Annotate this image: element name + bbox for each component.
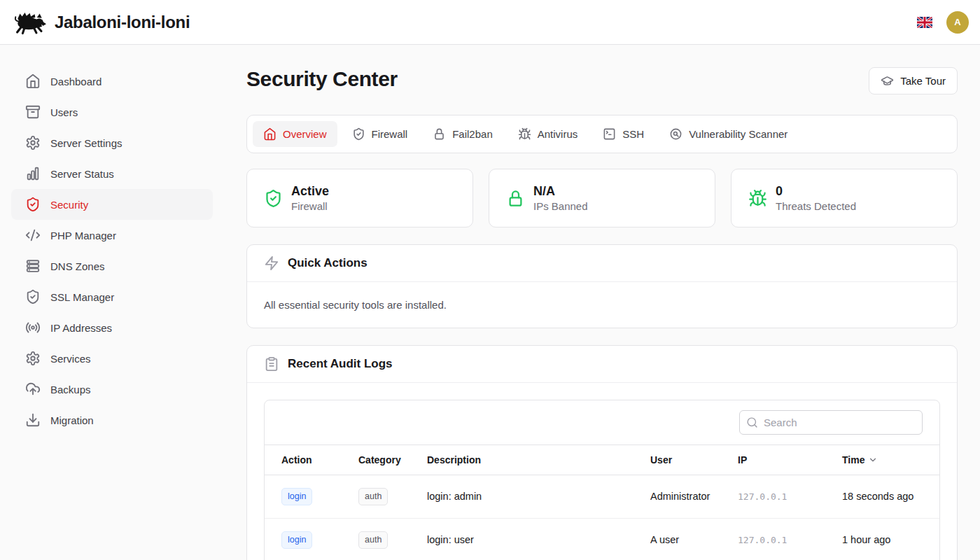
- brand-title: Jabaloni-loni-loni: [55, 13, 190, 32]
- sidebar-item-services[interactable]: Services: [11, 343, 213, 374]
- bug-icon: [518, 127, 531, 141]
- stat-label: IPs Banned: [533, 200, 588, 214]
- sidebar-item-server-status[interactable]: Server Status: [11, 158, 213, 189]
- table-row: login auth login: admin Administrator 12…: [265, 475, 939, 519]
- log-time: 1 hour ago: [825, 518, 939, 560]
- quick-actions-panel: Quick Actions All essential security too…: [246, 244, 958, 328]
- scan-search-icon: [669, 127, 682, 141]
- sidebar-item-label: Security: [50, 199, 88, 211]
- stat-value: Active: [291, 183, 329, 200]
- sidebar-item-label: Services: [50, 353, 91, 365]
- sidebar-item-label: Migration: [50, 414, 94, 426]
- shield-check-icon: [25, 289, 41, 304]
- sidebar-item-users[interactable]: Users: [11, 97, 213, 127]
- security-tabs: Overview Firewall Fail2ban Antivirus SSH…: [246, 115, 958, 153]
- user-avatar[interactable]: A: [946, 11, 969, 34]
- sidebar-item-dashboard[interactable]: Dashboard: [11, 66, 213, 97]
- audit-search: [739, 410, 923, 435]
- quick-actions-message: All essential security tools are install…: [264, 299, 940, 311]
- language-flag-icon[interactable]: [917, 17, 932, 28]
- download-icon: [25, 412, 41, 428]
- log-user: A user: [634, 518, 721, 560]
- tab-overview[interactable]: Overview: [253, 121, 337, 147]
- shield-check-icon: [352, 127, 365, 141]
- stat-value: N/A: [533, 183, 588, 200]
- main-content: Security Center Take Tour Overview Firew…: [224, 45, 980, 560]
- take-tour-button[interactable]: Take Tour: [869, 67, 958, 94]
- stat-label: Threats Detected: [776, 200, 856, 214]
- sidebar-item-label: DNS Zones: [50, 260, 105, 272]
- column-time[interactable]: Time: [825, 445, 939, 475]
- sidebar-item-ssl-manager[interactable]: SSL Manager: [11, 281, 213, 312]
- home-icon: [25, 74, 41, 89]
- gear-icon: [25, 351, 41, 366]
- sidebar-item-security[interactable]: Security: [11, 189, 213, 220]
- sidebar-item-label: Users: [50, 106, 78, 118]
- search-icon: [746, 416, 758, 428]
- tab-antivirus[interactable]: Antivirus: [507, 121, 589, 147]
- audit-table: Action Category Description User IP Time: [265, 444, 939, 560]
- search-input[interactable]: [739, 410, 923, 435]
- log-description: login: admin: [410, 475, 634, 519]
- sidebar-item-php-manager[interactable]: PHP Manager: [11, 220, 213, 251]
- bar-chart-icon: [25, 166, 41, 181]
- sidebar-item-label: Dashboard: [50, 76, 102, 88]
- shield-check-icon: [25, 197, 41, 212]
- terminal-icon: [603, 127, 616, 141]
- sidebar-item-server-settings[interactable]: Server Settings: [11, 127, 213, 158]
- tab-vulnerability-scanner[interactable]: Vulnerability Scanner: [659, 121, 798, 147]
- tab-label: Firewall: [372, 128, 408, 140]
- sidebar-item-label: Server Settings: [50, 137, 122, 149]
- lock-icon: [506, 189, 525, 208]
- sidebar-item-label: SSL Manager: [50, 291, 114, 303]
- action-badge: login: [281, 488, 312, 505]
- tab-ssh[interactable]: SSH: [592, 121, 654, 147]
- radio-icon: [25, 320, 41, 335]
- sidebar-item-label: IP Addresses: [50, 322, 112, 334]
- sidebar-item-dns-zones[interactable]: DNS Zones: [11, 251, 213, 281]
- column-category: Category: [342, 445, 410, 475]
- stat-card-firewall: Active Firewall: [246, 169, 473, 227]
- audit-logs-panel: Recent Audit Logs: [246, 345, 958, 560]
- column-ip: IP: [721, 445, 825, 475]
- tab-label: Antivirus: [538, 128, 578, 140]
- bug-icon: [748, 189, 767, 208]
- shield-check-icon: [264, 189, 283, 208]
- sidebar-item-backups[interactable]: Backups: [11, 374, 213, 405]
- sidebar: Dashboard Users Server Settings Server S…: [0, 45, 224, 560]
- log-user: Administrator: [634, 475, 721, 519]
- stat-card-threats: 0 Threats Detected: [731, 169, 958, 227]
- table-header-row: Action Category Description User IP Time: [265, 445, 939, 475]
- archive-icon: [25, 104, 41, 120]
- tab-firewall[interactable]: Firewall: [342, 121, 419, 147]
- gear-icon: [25, 135, 41, 150]
- log-description: login: user: [410, 518, 634, 560]
- log-time: 18 seconds ago: [825, 475, 939, 519]
- stat-value: 0: [776, 183, 856, 200]
- sidebar-item-migration[interactable]: Migration: [11, 405, 213, 435]
- sidebar-item-label: Backups: [50, 384, 91, 396]
- column-user: User: [634, 445, 721, 475]
- clipboard-list-icon: [264, 356, 279, 372]
- boar-logo-icon: [11, 9, 46, 36]
- lock-icon: [433, 127, 446, 141]
- audit-logs-title: Recent Audit Logs: [288, 357, 393, 371]
- audit-table-card: Action Category Description User IP Time: [264, 400, 940, 560]
- take-tour-label: Take Tour: [900, 75, 946, 87]
- table-row: login auth login: user A user 127.0.0.1 …: [265, 518, 939, 560]
- quick-actions-title: Quick Actions: [288, 256, 368, 270]
- brand-logo[interactable]: Jabaloni-loni-loni: [11, 9, 190, 36]
- category-badge: auth: [358, 488, 388, 505]
- sidebar-item-ip-addresses[interactable]: IP Addresses: [11, 312, 213, 343]
- home-icon: [263, 127, 276, 141]
- column-time-label: Time: [842, 454, 864, 465]
- category-badge: auth: [358, 531, 388, 549]
- sidebar-item-label: Server Status: [50, 168, 114, 180]
- tab-label: SSH: [622, 128, 644, 140]
- log-ip: 127.0.0.1: [738, 535, 787, 545]
- tab-fail2ban[interactable]: Fail2ban: [422, 121, 503, 147]
- sidebar-item-label: PHP Manager: [50, 230, 116, 241]
- stat-cards: Active Firewall N/A IPs Banned 0 Threats…: [246, 169, 958, 227]
- action-badge: login: [281, 531, 312, 549]
- tab-label: Vulnerability Scanner: [689, 128, 788, 140]
